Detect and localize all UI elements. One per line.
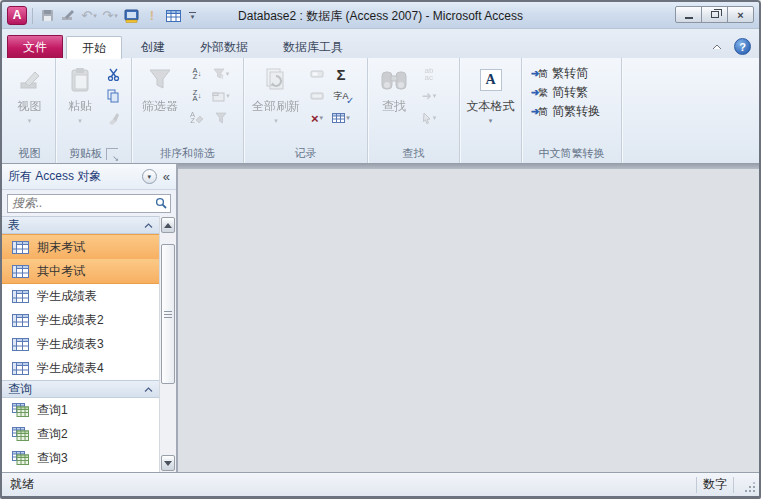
nav-item-query[interactable]: 查询3 — [2, 446, 159, 470]
scrollbar-thumb[interactable] — [161, 244, 175, 384]
redo-button[interactable]: ↷▾ — [101, 7, 119, 25]
query-icon — [12, 403, 29, 417]
shutter-bar-close-button[interactable]: « — [163, 169, 170, 184]
format-painter-button[interactable] — [102, 108, 124, 128]
minimize-button[interactable] — [675, 6, 702, 23]
title-bar: Database2 : 数据库 (Access 2007) - Microsof… — [2, 2, 759, 29]
nav-search-row — [2, 190, 176, 216]
num-lock-indicator: 数字 — [703, 476, 727, 493]
selection-filter-button[interactable]: ▾ — [210, 64, 232, 84]
sort-descending-button[interactable]: ZA↓ — [186, 86, 208, 106]
table-icon — [12, 265, 29, 278]
delete-record-button[interactable]: ×▾ — [306, 108, 328, 128]
nav-item-query[interactable]: 查询2 — [2, 422, 159, 446]
tab-home[interactable]: 开始 — [66, 36, 122, 59]
tab-create[interactable]: 创建 — [125, 35, 181, 58]
totals-button[interactable]: Σ — [330, 64, 352, 84]
clipboard-icon — [69, 65, 91, 95]
section-header-queries[interactable]: 查询 — [2, 380, 159, 398]
section-header-tables[interactable]: 表 — [2, 216, 159, 234]
table-icon — [12, 338, 29, 351]
scroll-down-button[interactable] — [161, 455, 175, 471]
table-icon — [12, 241, 29, 254]
advanced-filter-button[interactable]: ▾ — [210, 86, 232, 106]
group-text-format: A 文本格式 ▾ — [460, 58, 522, 163]
cut-button[interactable] — [102, 64, 124, 84]
simplified-to-traditional-button[interactable]: ➔繁 简转繁 — [526, 83, 594, 102]
restore-button[interactable] — [701, 6, 728, 23]
tab-external-data[interactable]: 外部数据 — [184, 35, 264, 58]
clear-sort-button[interactable]: AZ — [186, 108, 208, 128]
find-button[interactable]: 查找 — [372, 62, 416, 115]
group-label-find: 查找 — [368, 144, 459, 163]
design-view-button[interactable] — [59, 7, 77, 25]
filter-button[interactable]: 筛选器 — [136, 62, 184, 115]
group-label-text-format — [460, 144, 521, 163]
ribbon: 视图 ▾ 视图 粘贴 ▾ — [2, 58, 759, 164]
refresh-all-button[interactable]: 全部刷新 ▾ — [248, 62, 304, 125]
undo-button[interactable]: ↶▾ — [80, 7, 98, 25]
run-button[interactable]: ! — [143, 7, 161, 25]
workspace — [177, 164, 759, 472]
help-button[interactable]: ? — [734, 38, 751, 55]
text-format-button[interactable]: A 文本格式 ▾ — [464, 62, 517, 125]
nav-item-table[interactable]: 学生成绩表3 — [2, 332, 159, 356]
view-icon — [18, 65, 42, 95]
tab-file[interactable]: 文件 — [7, 35, 63, 58]
group-label-clipboard: 剪贴板 — [56, 144, 131, 163]
views-button[interactable]: 视图 ▾ — [8, 62, 51, 125]
goto-button[interactable]: ➜▾ — [418, 86, 440, 106]
paste-button[interactable]: 粘贴 ▾ — [60, 62, 100, 125]
collapse-section-icon — [144, 387, 153, 392]
datasheet-view-button[interactable] — [164, 7, 182, 25]
conversion-icon: ➔简 — [532, 104, 548, 119]
new-record-button[interactable] — [306, 64, 328, 84]
workspace-top-shadow — [178, 164, 759, 169]
sort-ascending-button[interactable]: AZ↓ — [186, 64, 208, 84]
search-input[interactable] — [8, 196, 152, 210]
scroll-up-button[interactable] — [161, 217, 175, 233]
group-views: 视图 ▾ 视图 — [4, 58, 56, 163]
nav-item-table[interactable]: 学生成绩表4 — [2, 356, 159, 380]
tab-database-tools[interactable]: 数据库工具 — [267, 35, 359, 58]
save-button[interactable] — [38, 7, 56, 25]
query-icon — [12, 451, 29, 465]
nav-item-table[interactable]: 其中考试 — [2, 259, 159, 283]
table-icon — [12, 314, 29, 327]
simplified-to-traditional-icon: ➔繁 — [532, 85, 548, 100]
conversion-dialog-button[interactable]: ➔简 简繁转换 — [526, 102, 606, 121]
divider — [32, 8, 33, 24]
access-window: Database2 : 数据库 (Access 2007) - Microsof… — [0, 0, 761, 499]
more-records-button[interactable]: ▾ — [330, 108, 352, 128]
search-icon[interactable] — [152, 197, 170, 209]
select-button[interactable]: ▾ — [418, 108, 440, 128]
save-record-button[interactable] — [306, 86, 328, 106]
funnel-icon — [147, 65, 173, 95]
group-label-chinese: 中文简繁转换 — [522, 144, 621, 163]
nav-item-table[interactable]: 期末考试 — [2, 235, 159, 259]
close-button[interactable]: × — [727, 6, 754, 23]
traditional-to-simplified-button[interactable]: ➔简 繁转简 — [526, 64, 594, 83]
nav-item-table[interactable]: 学生成绩表 — [2, 284, 159, 308]
nav-item-query[interactable]: 查询1 — [2, 398, 159, 422]
table-icon — [12, 362, 29, 375]
spelling-button[interactable]: 字A✓ — [330, 86, 352, 106]
group-find: 查找 abac ➜▾ ▾ 查找 — [368, 58, 460, 163]
copy-button[interactable] — [102, 86, 124, 106]
access-app-icon[interactable]: A — [7, 6, 27, 25]
clipboard-dialog-launcher[interactable] — [106, 148, 118, 160]
ribbon-tab-row: 文件 开始 创建 外部数据 数据库工具 ? — [2, 29, 759, 58]
resize-grip[interactable] — [742, 481, 756, 495]
window-controls: × — [676, 6, 754, 23]
form-design-button[interactable] — [122, 7, 140, 25]
nav-menu-dropdown-button[interactable]: ▾ — [142, 169, 157, 184]
replace-button[interactable]: abac — [418, 64, 440, 84]
customize-qat-button[interactable]: ▾ — [185, 7, 200, 25]
divider — [733, 477, 734, 493]
nav-scrollbar[interactable] — [159, 216, 176, 472]
toggle-filter-button[interactable] — [210, 108, 232, 128]
nav-pane-header[interactable]: 所有 Access 对象 ▾ « — [2, 164, 176, 190]
nav-item-table[interactable]: 学生成绩表2 — [2, 308, 159, 332]
binoculars-icon — [380, 65, 408, 95]
collapse-ribbon-button[interactable] — [708, 39, 726, 55]
